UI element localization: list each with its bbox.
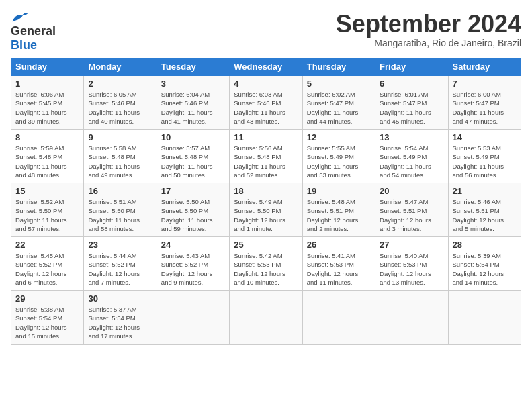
calendar-header: SundayMondayTuesdayWednesdayThursdayFrid… [11,58,521,76]
day-cell: 24Sunrise: 5:43 AM Sunset: 5:52 PM Dayli… [157,237,229,291]
day-info: Sunrise: 5:54 AM Sunset: 5:49 PM Dayligh… [380,144,443,179]
day-info: Sunrise: 6:04 AM Sunset: 5:46 PM Dayligh… [161,90,225,126]
day-number: 28 [453,240,517,250]
week-row-1: 1Sunrise: 6:06 AM Sunset: 5:45 PM Daylig… [11,76,521,130]
day-info: Sunrise: 5:47 AM Sunset: 5:51 PM Dayligh… [380,197,443,233]
day-info: Sunrise: 6:00 AM Sunset: 5:47 PM Dayligh… [453,90,517,126]
logo-text-blue: Blue [11,38,37,52]
day-info: Sunrise: 5:55 AM Sunset: 5:49 PM Dayligh… [307,144,371,179]
day-info: Sunrise: 5:51 AM Sunset: 5:50 PM Dayligh… [88,197,152,233]
day-number: 9 [88,132,152,142]
title-area: September 2024 Mangaratiba, Rio de Janei… [336,11,521,48]
day-number: 25 [234,240,298,250]
calendar-body: 1Sunrise: 6:06 AM Sunset: 5:45 PM Daylig… [11,76,521,345]
day-cell: 15Sunrise: 5:52 AM Sunset: 5:50 PM Dayli… [11,183,84,237]
week-row-2: 8Sunrise: 5:59 AM Sunset: 5:48 PM Daylig… [11,130,521,183]
day-cell: 28Sunrise: 5:39 AM Sunset: 5:54 PM Dayli… [448,237,521,291]
day-cell: 12Sunrise: 5:55 AM Sunset: 5:49 PM Dayli… [302,130,375,183]
day-number: 13 [380,132,443,142]
day-info: Sunrise: 5:37 AM Sunset: 5:54 PM Dayligh… [88,305,152,340]
day-info: Sunrise: 5:40 AM Sunset: 5:53 PM Dayligh… [380,251,443,287]
day-number: 1 [15,79,79,89]
logo-icon [11,11,30,24]
day-number: 22 [15,240,79,250]
day-number: 2 [88,79,152,89]
week-row-3: 15Sunrise: 5:52 AM Sunset: 5:50 PM Dayli… [11,183,521,237]
day-info: Sunrise: 5:48 AM Sunset: 5:51 PM Dayligh… [307,197,371,233]
header-row: SundayMondayTuesdayWednesdayThursdayFrid… [11,58,521,76]
month-title: September 2024 [336,11,521,38]
day-info: Sunrise: 5:44 AM Sunset: 5:52 PM Dayligh… [88,251,152,287]
day-cell: 30Sunrise: 5:37 AM Sunset: 5:54 PM Dayli… [84,291,157,345]
day-info: Sunrise: 5:39 AM Sunset: 5:54 PM Dayligh… [453,251,517,287]
day-cell: 6Sunrise: 6:01 AM Sunset: 5:47 PM Daylig… [375,76,448,130]
day-info: Sunrise: 5:52 AM Sunset: 5:50 PM Dayligh… [15,197,79,233]
page-header: General Blue September 2024 Mangaratiba,… [11,11,521,52]
day-cell: 21Sunrise: 5:46 AM Sunset: 5:51 PM Dayli… [448,183,521,237]
day-cell: 22Sunrise: 5:45 AM Sunset: 5:52 PM Dayli… [11,237,84,291]
day-number: 8 [15,132,79,142]
day-info: Sunrise: 5:43 AM Sunset: 5:52 PM Dayligh… [161,251,225,287]
day-number: 14 [453,132,517,142]
day-info: Sunrise: 5:45 AM Sunset: 5:52 PM Dayligh… [15,251,79,287]
day-number: 24 [161,240,225,250]
day-info: Sunrise: 5:41 AM Sunset: 5:53 PM Dayligh… [307,251,371,287]
day-number: 11 [234,132,298,142]
column-header-tuesday: Tuesday [157,58,229,76]
location-subtitle: Mangaratiba, Rio de Janeiro, Brazil [336,38,521,48]
day-cell: 8Sunrise: 5:59 AM Sunset: 5:48 PM Daylig… [11,130,84,183]
day-number: 5 [307,79,371,89]
day-info: Sunrise: 5:53 AM Sunset: 5:49 PM Dayligh… [453,144,517,179]
day-info: Sunrise: 5:59 AM Sunset: 5:48 PM Dayligh… [15,144,79,179]
day-cell: 3Sunrise: 6:04 AM Sunset: 5:46 PM Daylig… [157,76,229,130]
day-number: 18 [234,186,298,196]
day-cell: 26Sunrise: 5:41 AM Sunset: 5:53 PM Dayli… [302,237,375,291]
logo: General Blue [11,11,56,52]
day-cell: 23Sunrise: 5:44 AM Sunset: 5:52 PM Dayli… [84,237,157,291]
day-number: 10 [161,132,225,142]
column-header-monday: Monday [84,58,157,76]
column-header-thursday: Thursday [302,58,375,76]
day-cell: 11Sunrise: 5:56 AM Sunset: 5:48 PM Dayli… [230,130,302,183]
day-cell: 10Sunrise: 5:57 AM Sunset: 5:48 PM Dayli… [157,130,229,183]
day-number: 29 [15,293,79,304]
day-number: 20 [380,186,443,196]
day-number: 26 [307,240,371,250]
week-row-5: 29Sunrise: 5:38 AM Sunset: 5:54 PM Dayli… [11,291,521,345]
day-info: Sunrise: 6:01 AM Sunset: 5:47 PM Dayligh… [380,90,443,126]
day-number: 7 [453,79,517,89]
day-cell: 19Sunrise: 5:48 AM Sunset: 5:51 PM Dayli… [302,183,375,237]
day-cell [157,291,229,345]
day-cell: 13Sunrise: 5:54 AM Sunset: 5:49 PM Dayli… [375,130,448,183]
day-cell: 7Sunrise: 6:00 AM Sunset: 5:47 PM Daylig… [448,76,521,130]
day-cell: 14Sunrise: 5:53 AM Sunset: 5:49 PM Dayli… [448,130,521,183]
day-number: 16 [88,186,152,196]
column-header-sunday: Sunday [11,58,84,76]
calendar-table: SundayMondayTuesdayWednesdayThursdayFrid… [11,58,521,345]
day-number: 21 [453,186,517,196]
day-cell: 5Sunrise: 6:02 AM Sunset: 5:47 PM Daylig… [302,76,375,130]
day-info: Sunrise: 5:49 AM Sunset: 5:50 PM Dayligh… [234,197,298,233]
column-header-wednesday: Wednesday [230,58,302,76]
day-info: Sunrise: 5:42 AM Sunset: 5:53 PM Dayligh… [234,251,298,287]
day-number: 23 [88,240,152,250]
day-info: Sunrise: 6:03 AM Sunset: 5:46 PM Dayligh… [234,90,298,126]
day-cell: 9Sunrise: 5:58 AM Sunset: 5:48 PM Daylig… [84,130,157,183]
day-number: 3 [161,79,225,89]
logo-text-general: General [11,24,56,38]
column-header-friday: Friday [375,58,448,76]
day-number: 12 [307,132,371,142]
day-cell: 1Sunrise: 6:06 AM Sunset: 5:45 PM Daylig… [11,76,84,130]
day-cell: 4Sunrise: 6:03 AM Sunset: 5:46 PM Daylig… [230,76,302,130]
day-cell: 2Sunrise: 6:05 AM Sunset: 5:46 PM Daylig… [84,76,157,130]
column-header-saturday: Saturday [448,58,521,76]
week-row-4: 22Sunrise: 5:45 AM Sunset: 5:52 PM Dayli… [11,237,521,291]
day-info: Sunrise: 5:38 AM Sunset: 5:54 PM Dayligh… [15,305,79,340]
day-cell [375,291,448,345]
day-cell: 20Sunrise: 5:47 AM Sunset: 5:51 PM Dayli… [375,183,448,237]
day-number: 15 [15,186,79,196]
day-cell: 27Sunrise: 5:40 AM Sunset: 5:53 PM Dayli… [375,237,448,291]
day-cell [448,291,521,345]
day-info: Sunrise: 5:50 AM Sunset: 5:50 PM Dayligh… [161,197,225,233]
day-info: Sunrise: 5:46 AM Sunset: 5:51 PM Dayligh… [453,197,517,233]
